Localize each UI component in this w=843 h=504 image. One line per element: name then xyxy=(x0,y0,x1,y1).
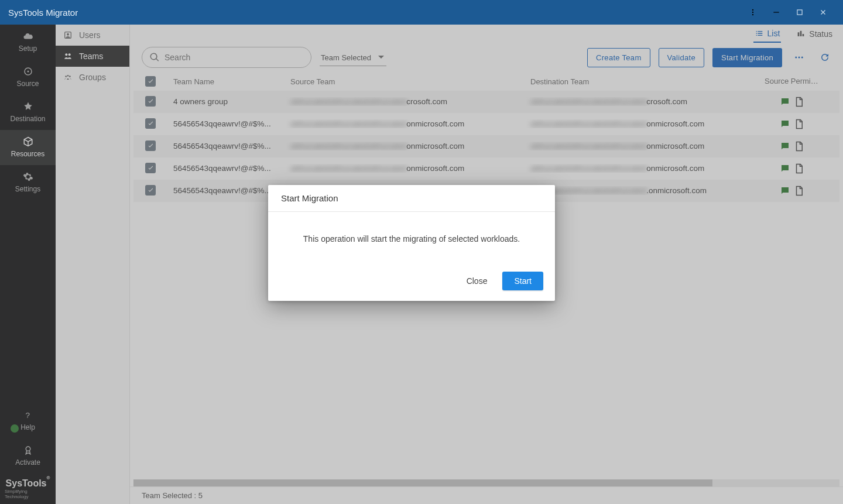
app-title: SysTools Migrator xyxy=(8,8,78,18)
dialog-body: This operation will start the migrating … xyxy=(268,212,555,266)
dialog-start-button[interactable]: Start xyxy=(502,272,543,290)
dialog-title: Start Migration xyxy=(268,185,555,212)
svg-point-0 xyxy=(752,9,753,11)
svg-rect-3 xyxy=(773,12,779,12)
more-vert-icon[interactable] xyxy=(741,0,765,25)
titlebar: SysTools Migrator xyxy=(0,0,843,25)
maximize-button[interactable] xyxy=(788,0,811,25)
start-migration-dialog: Start Migration This operation will star… xyxy=(268,185,555,301)
svg-point-1 xyxy=(752,12,753,13)
close-button[interactable] xyxy=(811,0,835,25)
minimize-button[interactable] xyxy=(765,0,788,25)
dialog-close-button[interactable]: Close xyxy=(460,272,495,290)
svg-point-2 xyxy=(752,14,753,15)
svg-rect-4 xyxy=(797,10,802,15)
